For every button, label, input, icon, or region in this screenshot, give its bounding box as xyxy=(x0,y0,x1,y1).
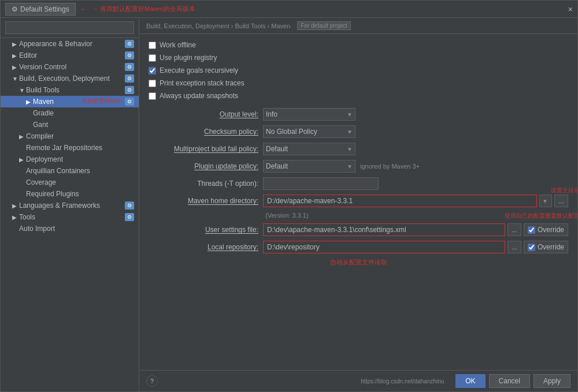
execute-goals-row: Execute goals recursively xyxy=(149,66,568,74)
sidebar-item-editor[interactable]: ▶ Editor ⚙ xyxy=(1,50,139,61)
always-update-checkbox[interactable] xyxy=(149,92,156,100)
settings-window: ⚙ Default Settings ← → 推荐默认配置好Maven的全局版本… xyxy=(0,0,578,392)
user-settings-row: User settings file: ... Override 使用自己的配置… xyxy=(149,223,568,236)
sidebar-item-arquillian[interactable]: Arquillian Containers xyxy=(1,165,139,177)
sidebar-item-label: Build, Execution, Deployment xyxy=(19,74,110,83)
search-box xyxy=(1,18,139,38)
main-content: ▶ Appearance & Behavior ⚙ ▶ Editor ⚙ ▶ V… xyxy=(1,18,577,391)
plugin-update-select[interactable]: Default ▼ xyxy=(263,160,355,173)
threads-label: Threads (-T option): xyxy=(149,180,258,188)
sidebar-item-label: Languages & Frameworks xyxy=(19,201,100,210)
sidebar-item-build-tools[interactable]: ▼ Build Tools ⚙ xyxy=(1,84,139,96)
maven-home-control: ▼ ... xyxy=(263,195,568,207)
local-repo-input[interactable] xyxy=(263,241,505,253)
multiproject-label: Multiproject build fail policy: xyxy=(149,145,258,153)
checksum-control: No Global Policy ▼ xyxy=(263,125,568,138)
sidebar-item-appearance[interactable]: ▶ Appearance & Behavior ⚙ xyxy=(1,38,139,50)
threads-control xyxy=(263,177,568,190)
maven-annotation: 开始设置Maven xyxy=(81,97,122,105)
project-badge: For default project xyxy=(297,21,351,30)
sidebar-item-label: Arquillian Containers xyxy=(26,167,90,175)
sidebar-item-remote-jar[interactable]: Remote Jar Repositories xyxy=(1,142,139,154)
threads-row: Threads (-T option): xyxy=(149,177,568,190)
local-repo-control: ... Override xyxy=(263,241,568,253)
work-offline-row: Work offline xyxy=(149,41,568,49)
maven-home-row: Maven home directory: ▼ ... 设置主目录 xyxy=(149,195,568,207)
user-settings-browse-button[interactable]: ... xyxy=(507,223,521,236)
arrow-icon: ▶ xyxy=(19,133,26,140)
plugin-update-control: Default ▼ ignored by Maven 3+ xyxy=(263,160,568,173)
search-input[interactable] xyxy=(5,21,134,34)
badge-icon: ⚙ xyxy=(125,74,134,83)
maven-home-annotation: 设置主目录 xyxy=(551,186,577,195)
plugin-registry-checkbox[interactable] xyxy=(149,54,156,62)
sidebar-item-gradle[interactable]: Gradle xyxy=(1,107,139,119)
sidebar-item-label: Required Plugins xyxy=(26,190,79,198)
sidebar-item-label: Deployment xyxy=(26,155,63,163)
user-settings-input[interactable] xyxy=(263,223,505,236)
arrow-icon: ▶ xyxy=(12,64,19,70)
badge-icon: ⚙ xyxy=(125,201,134,210)
sidebar-item-tools[interactable]: ▶ Tools ⚙ xyxy=(1,211,139,223)
local-repo-label: Local repository: xyxy=(149,243,258,251)
repo-annotation: 自动从配置文件读取 xyxy=(330,258,387,267)
arrow-icon: ▶ xyxy=(26,99,33,105)
window-title: Default Settings xyxy=(20,5,69,13)
local-repo-override-checkbox[interactable] xyxy=(528,244,535,251)
plugin-update-row: Plugin update policy: Default ▼ ignored … xyxy=(149,160,568,173)
cancel-button[interactable]: Cancel xyxy=(489,374,530,388)
output-level-select[interactable]: Info ▼ xyxy=(263,108,355,121)
multiproject-row: Multiproject build fail policy: Default … xyxy=(149,143,568,155)
multiproject-select[interactable]: Default ▼ xyxy=(263,143,355,155)
sidebar-item-auto-import[interactable]: Auto Import xyxy=(1,223,139,234)
sidebar-item-label: Gradle xyxy=(33,109,54,117)
sidebar-item-coverage[interactable]: Coverage xyxy=(1,177,139,188)
arrow-icon: ▶ xyxy=(12,53,19,59)
maven-home-input[interactable] xyxy=(263,195,537,207)
badge-icon: ⚙ xyxy=(125,213,134,221)
breadcrumb-path: Build, Execution, Deployment › Build Too… xyxy=(146,23,290,29)
help-button[interactable]: ? xyxy=(146,375,158,387)
ignored-note: ignored by Maven 3+ xyxy=(360,163,420,170)
ok-button[interactable]: OK xyxy=(455,374,485,388)
user-settings-override-label: Override xyxy=(538,226,564,234)
execute-goals-checkbox[interactable] xyxy=(149,67,156,74)
dialog-buttons: OK Cancel Apply xyxy=(455,374,570,388)
sidebar-item-languages[interactable]: ▶ Languages & Frameworks ⚙ xyxy=(1,200,139,211)
sidebar-item-gant[interactable]: Gant xyxy=(1,119,139,130)
sidebar-item-compiler[interactable]: ▶ Compiler xyxy=(1,130,139,142)
sidebar-item-vcs[interactable]: ▶ Version Control ⚙ xyxy=(1,61,139,73)
maven-home-dropdown[interactable]: ▼ xyxy=(539,195,552,207)
user-settings-override-checkbox[interactable] xyxy=(528,226,535,234)
apply-button[interactable]: Apply xyxy=(533,374,570,388)
settings-icon: ⚙ xyxy=(12,5,18,13)
local-repo-browse-button[interactable]: ... xyxy=(507,241,521,253)
print-exception-checkbox[interactable] xyxy=(149,80,156,87)
maven-home-browse-button[interactable]: ... xyxy=(554,195,568,207)
breadcrumb: Build, Execution, Deployment › Build Too… xyxy=(139,18,577,34)
sidebar-item-label: Editor xyxy=(19,51,37,59)
plugin-registry-label: Use plugin registry xyxy=(160,54,217,62)
sidebar: ▶ Appearance & Behavior ⚙ ▶ Editor ⚙ ▶ V… xyxy=(1,18,139,391)
output-level-value: Info xyxy=(266,110,277,118)
sidebar-item-required-plugins[interactable]: Required Plugins xyxy=(1,188,139,200)
checksum-select[interactable]: No Global Policy ▼ xyxy=(263,125,355,138)
print-exception-label: Print exception stack traces xyxy=(160,79,244,87)
nav-tree: ▶ Appearance & Behavior ⚙ ▶ Editor ⚙ ▶ V… xyxy=(1,38,139,391)
sidebar-item-label: Appearance & Behavior xyxy=(19,40,92,48)
sidebar-item-build[interactable]: ▼ Build, Execution, Deployment ⚙ xyxy=(1,73,139,84)
settings-panel: Work offline Use plugin registry Execute… xyxy=(139,34,577,370)
plugin-update-label: Plugin update policy: xyxy=(149,162,258,170)
title-bar-left: ⚙ Default Settings ← → 推荐默认配置好Maven的全局版本 xyxy=(5,3,195,16)
plugin-registry-row: Use plugin registry xyxy=(149,54,568,62)
sidebar-item-deployment[interactable]: ▶ Deployment xyxy=(1,154,139,165)
close-button[interactable]: × xyxy=(568,5,573,14)
always-update-label: Always update snapshots xyxy=(160,92,238,100)
work-offline-checkbox[interactable] xyxy=(149,42,156,49)
threads-input[interactable] xyxy=(263,177,379,190)
checksum-label: Checksum policy: xyxy=(149,128,258,136)
arrow-icon: ▶ xyxy=(19,156,26,163)
user-settings-override: Override xyxy=(524,223,568,236)
version-note: (Version: 3.3.1) xyxy=(263,212,309,219)
user-settings-control: ... Override xyxy=(263,223,568,236)
